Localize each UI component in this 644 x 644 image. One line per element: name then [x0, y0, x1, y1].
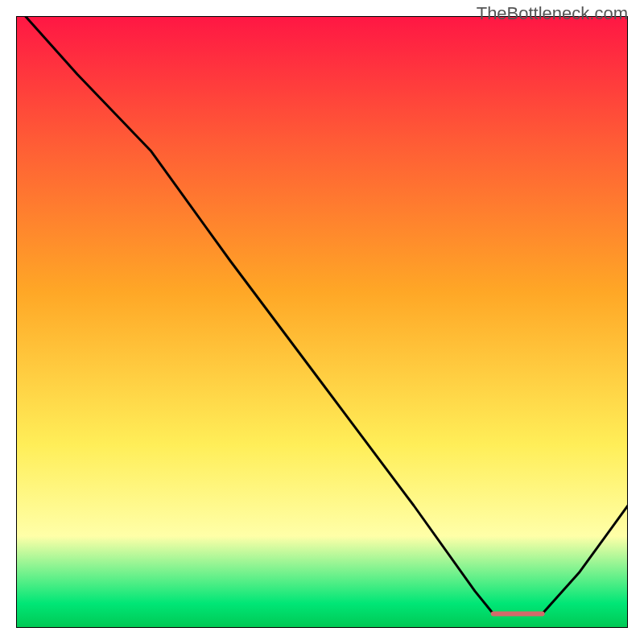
plot-area [16, 16, 628, 628]
chart-svg [16, 16, 628, 628]
watermark-text: TheBottleneck.com [477, 3, 628, 24]
chart-container: TheBottleneck.com [0, 0, 644, 644]
gradient-background [16, 16, 628, 628]
